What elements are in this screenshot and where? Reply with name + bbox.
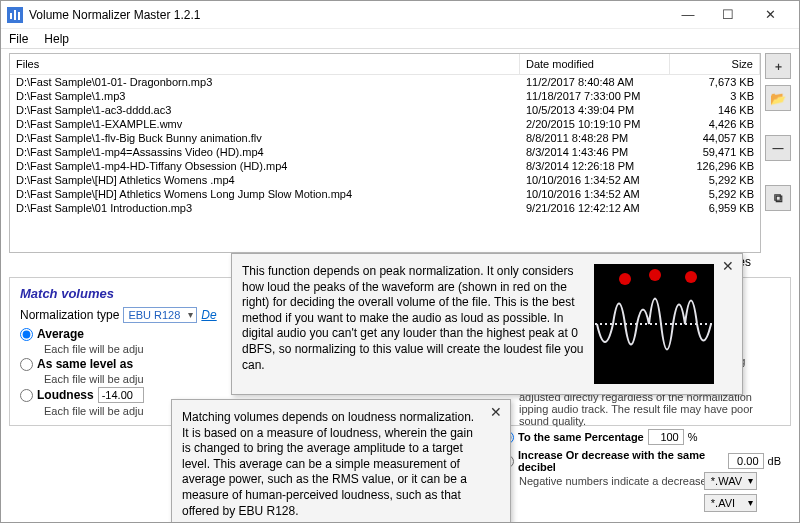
radio-loudness[interactable] — [20, 389, 33, 402]
tooltip-close-button[interactable]: ✕ — [490, 404, 502, 420]
file-size: 126,296 KB — [670, 159, 760, 173]
file-date: 10/10/2016 1:34:52 AM — [520, 173, 670, 187]
tooltip-close-button[interactable]: ✕ — [722, 258, 734, 274]
file-date: 9/21/2016 12:42:12 AM — [520, 201, 670, 215]
radio-same-decibel-label: Increase Or decrease with the same decib… — [518, 449, 724, 473]
file-date: 10/5/2013 4:39:04 PM — [520, 103, 670, 117]
svg-rect-1 — [10, 13, 12, 19]
file-date: 8/3/2014 12:26:18 PM — [520, 159, 670, 173]
file-path: D:\Fast Sample\1-mp4-HD-Tiffany Obsessio… — [10, 159, 520, 173]
file-date: 10/10/2016 1:34:52 AM — [520, 187, 670, 201]
file-path: D:\Fast Sample\1-EXAMPLE.wmv — [10, 117, 520, 131]
radio-same-percentage-label: To the same Percentage — [518, 431, 644, 443]
format-selectors: *.WAV *.AVI — [704, 472, 757, 512]
percentage-input[interactable]: 100 — [648, 429, 684, 445]
app-icon — [7, 7, 23, 23]
minimize-button[interactable]: — — [668, 1, 708, 29]
normalization-type-select[interactable]: EBU R128 — [123, 307, 197, 323]
decibel-input[interactable]: 0.00 — [728, 453, 764, 469]
menu-bar: File Help — [1, 29, 799, 49]
table-row[interactable]: D:\Fast Sample\1-EXAMPLE.wmv2/20/2015 10… — [10, 117, 760, 131]
file-path: D:\Fast Sample\1.mp3 — [10, 89, 520, 103]
file-date: 11/18/2017 7:33:00 PM — [520, 89, 670, 103]
header-date[interactable]: Date modified — [520, 54, 670, 74]
svg-rect-2 — [14, 10, 16, 20]
radio-same-level-label: As same level as — [37, 357, 133, 371]
header-files[interactable]: Files — [10, 54, 520, 74]
table-row[interactable]: D:\Fast Sample\1-mp4=Assassins Video (HD… — [10, 145, 760, 159]
file-path: D:\Fast Sample\01 Introduction.mp3 — [10, 201, 520, 215]
percentage-unit: % — [688, 431, 698, 443]
loudness-value[interactable] — [98, 387, 144, 403]
table-row[interactable]: D:\Fast Sample\[HD] Athletics Womens .mp… — [10, 173, 760, 187]
svg-point-6 — [649, 269, 661, 281]
table-row[interactable]: D:\Fast Sample\1-flv-Big Buck Bunny anim… — [10, 131, 760, 145]
add-file-button[interactable]: ＋ — [765, 53, 791, 79]
remove-button[interactable]: — — [765, 135, 791, 161]
file-size: 44,057 KB — [670, 131, 760, 145]
details-link[interactable]: De — [201, 308, 216, 322]
side-buttons: ＋ 📂 — ⧉ — [761, 53, 791, 253]
menu-help[interactable]: Help — [44, 32, 69, 46]
table-row[interactable]: D:\Fast Sample\[HD] Athletics Womens Lon… — [10, 187, 760, 201]
tooltip-loudness-normalization: ✕ Matching volumes depends on loudness n… — [171, 399, 511, 523]
file-list-header: Files Date modified Size — [10, 54, 760, 75]
tooltip-text: Matching volumes depends on loudness nor… — [182, 410, 482, 519]
file-date: 2/20/2015 10:19:10 PM — [520, 117, 670, 131]
radio-average[interactable] — [20, 328, 33, 341]
table-row[interactable]: D:\Fast Sample\01 Introduction.mp39/21/2… — [10, 201, 760, 215]
table-row[interactable]: D:\Fast Sample\1-mp4-HD-Tiffany Obsessio… — [10, 159, 760, 173]
right-text-5: sound quality. — [501, 415, 781, 427]
svg-rect-3 — [18, 12, 20, 20]
file-size: 146 KB — [670, 103, 760, 117]
file-list[interactable]: Files Date modified Size D:\Fast Sample\… — [9, 53, 761, 253]
file-path: D:\Fast Sample\1-ac3-dddd.ac3 — [10, 103, 520, 117]
file-path: D:\Fast Sample\1-mp4=Assassins Video (HD… — [10, 145, 520, 159]
normalization-type-label: Normalization type — [20, 308, 119, 322]
window-title: Volume Normalizer Master 1.2.1 — [29, 8, 668, 22]
decibel-unit: dB — [768, 455, 781, 467]
radio-average-label: Average — [37, 327, 84, 341]
file-path: D:\Fast Sample\1-flv-Big Buck Bunny anim… — [10, 131, 520, 145]
radio-loudness-label: Loudness — [37, 388, 94, 402]
table-row[interactable]: D:\Fast Sample\1.mp311/18/2017 7:33:00 P… — [10, 89, 760, 103]
right-text-4: ipping audio track. The result file may … — [501, 403, 781, 415]
add-folder-button[interactable]: 📂 — [765, 85, 791, 111]
format-wav-select[interactable]: *.WAV — [704, 472, 757, 490]
file-size: 3 KB — [670, 89, 760, 103]
file-date: 8/8/2011 8:48:28 PM — [520, 131, 670, 145]
file-date: 8/3/2014 1:43:46 PM — [520, 145, 670, 159]
header-size[interactable]: Size — [670, 54, 760, 74]
file-date: 11/2/2017 8:40:48 AM — [520, 75, 670, 89]
file-size: 5,292 KB — [670, 187, 760, 201]
menu-file[interactable]: File — [9, 32, 28, 46]
waveform-illustration — [594, 264, 714, 384]
tooltip-text: This function depends on peak normalizat… — [242, 264, 584, 384]
file-size: 7,673 KB — [670, 75, 760, 89]
file-size: 4,426 KB — [670, 117, 760, 131]
file-size: 59,471 KB — [670, 145, 760, 159]
svg-point-7 — [685, 271, 697, 283]
maximize-button[interactable]: ☐ — [708, 1, 748, 29]
file-path: D:\Fast Sample\[HD] Athletics Womens .mp… — [10, 173, 520, 187]
file-path: D:\Fast Sample\[HD] Athletics Womens Lon… — [10, 187, 520, 201]
remove-all-button[interactable]: ⧉ — [765, 185, 791, 211]
tooltip-peak-normalization: ✕ This function depends on peak normaliz… — [231, 253, 743, 395]
svg-point-5 — [619, 273, 631, 285]
close-button[interactable]: ✕ — [748, 1, 793, 29]
table-row[interactable]: D:\Fast Sample\1-ac3-dddd.ac310/5/2013 4… — [10, 103, 760, 117]
radio-same-level[interactable] — [20, 358, 33, 371]
file-size: 6,959 KB — [670, 201, 760, 215]
format-avi-select[interactable]: *.AVI — [704, 494, 757, 512]
file-path: D:\Fast Sample\01-01- Dragonborn.mp3 — [10, 75, 520, 89]
title-bar: Volume Normalizer Master 1.2.1 — ☐ ✕ — [1, 1, 799, 29]
file-size: 5,292 KB — [670, 173, 760, 187]
table-row[interactable]: D:\Fast Sample\01-01- Dragonborn.mp311/2… — [10, 75, 760, 89]
